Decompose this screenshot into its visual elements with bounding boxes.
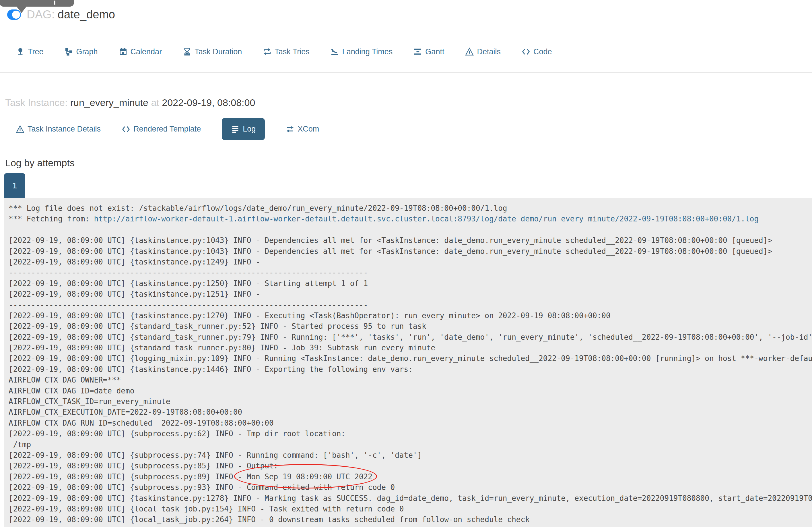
- log-text: AIRFLOW_CTX_DAG_ID=date_demo: [9, 387, 134, 395]
- log-line: [2022-09-19, 08:09:00 UTC] {taskinstance…: [9, 289, 812, 299]
- log-fetch-url-link[interactable]: http://airflow-worker-default-1.airflow-…: [94, 214, 759, 223]
- log-line: *** Log file does not exist: /stackable/…: [9, 203, 812, 214]
- task-instance-heading: Task Instance: run_every_minute at 2022-…: [5, 97, 255, 108]
- log-line: [2022-09-19, 08:09:00 UTC] {subprocess.p…: [9, 450, 812, 461]
- code-icon: [522, 47, 530, 56]
- log-line: AIRFLOW_CTX_DAG_OWNER=***: [9, 375, 812, 386]
- log-line: [2022-09-19, 08:09:00 UTC] {taskinstance…: [9, 310, 812, 321]
- log-line: AIRFLOW_CTX_EXECUTION_DATE=2022-09-19T08…: [9, 407, 812, 418]
- log-text: [2022-09-19, 08:09:00 UTC] {logging_mixi…: [9, 354, 812, 363]
- log-text: [2022-09-19, 08:09:00 UTC] {taskinstance…: [9, 290, 264, 298]
- hourglass-icon: [183, 47, 191, 56]
- swap-arrows-icon: [286, 125, 294, 134]
- task-instance-datetime: 2022-09-19, 08:08:00: [162, 97, 255, 108]
- subtab-label: Rendered Template: [133, 125, 201, 134]
- red-circled-date-output: - Mon Sep 19 08:09:00 UTC 2022: [237, 472, 373, 482]
- gantt-bars-icon: [414, 47, 422, 56]
- subtab-rendered-template[interactable]: Rendered Template: [122, 125, 201, 134]
- log-line: [2022-09-19, 08:09:00 UTC] {subprocess.p…: [9, 482, 812, 493]
- attempt-1-tab[interactable]: 1: [4, 173, 25, 198]
- log-line: /tmp: [9, 439, 812, 450]
- log-text: [2022-09-19, 08:09:00 UTC] {taskinstance…: [9, 236, 772, 245]
- tab-tree[interactable]: Tree: [16, 47, 44, 56]
- plane-landing-icon: [331, 47, 339, 56]
- log-line: [9, 225, 812, 235]
- tab-label: Landing Times: [342, 47, 393, 56]
- dag-pause-toggle[interactable]: [7, 10, 21, 20]
- tab-task-tries[interactable]: Task Tries: [263, 47, 309, 56]
- log-line: [2022-09-19, 08:09:00 UTC] {taskinstance…: [9, 493, 812, 504]
- tree-icon: [16, 47, 25, 56]
- dag-name: date_demo: [58, 8, 115, 21]
- log-line: AIRFLOW_CTX_TASK_ID=run_every_minute: [9, 396, 812, 407]
- subtab-label: Log: [243, 125, 256, 134]
- log-line: [2022-09-19, 08:09:00 UTC] {taskinstance…: [9, 278, 812, 289]
- log-text: AIRFLOW_CTX_EXECUTION_DATE=2022-09-19T08…: [9, 408, 242, 416]
- triangle-icon: [465, 47, 474, 56]
- subtab-log[interactable]: Log: [222, 118, 265, 140]
- tab-code[interactable]: Code: [522, 47, 552, 56]
- loop-arrows-icon: [263, 47, 272, 56]
- log-line: [2022-09-19, 08:09:00 UTC] {logging_mixi…: [9, 353, 812, 364]
- log-text: [2022-09-19, 08:09:00 UTC] {local_task_j…: [9, 505, 404, 513]
- log-line: [2022-09-19, 08:09:00 UTC] {taskinstance…: [9, 246, 812, 257]
- log-line: AIRFLOW_CTX_DAG_ID=date_demo: [9, 386, 812, 396]
- subtab-label: XCom: [298, 125, 319, 134]
- log-line: ----------------------------------------…: [9, 267, 812, 278]
- tab-calendar[interactable]: Calendar: [119, 47, 162, 56]
- log-by-attempts-heading: Log by attempts: [5, 157, 75, 169]
- log-text: [2022-09-19, 08:09:00 UTC] {subprocess.p…: [9, 461, 278, 470]
- tab-label: Calendar: [131, 47, 162, 56]
- log-text: [2022-09-19, 08:09:00 UTC] {subprocess.p…: [9, 472, 237, 481]
- tab-label: Graph: [76, 47, 98, 56]
- log-line: [2022-09-19, 08:09:00 UTC] {subprocess.p…: [9, 429, 812, 439]
- graph-icon: [64, 47, 73, 56]
- subtab-xcom[interactable]: XCom: [286, 125, 319, 134]
- log-line: [2022-09-19, 08:09:00 UTC] {subprocess.p…: [9, 461, 812, 471]
- task-instance-nav: Task Instance Details Rendered Template …: [16, 118, 319, 140]
- log-text: *** Fetching from:: [9, 214, 94, 223]
- log-text: [2022-09-19, 08:09:00 UTC] {subprocess.p…: [9, 483, 395, 492]
- log-text: [2022-09-19, 08:09:00 UTC] {standard_tas…: [9, 344, 435, 352]
- list-lines-icon: [231, 125, 240, 134]
- log-line: ----------------------------------------…: [9, 300, 812, 310]
- log-text: [2022-09-19, 08:09:00 UTC] {taskinstance…: [9, 257, 264, 266]
- log-text: ----------------------------------------…: [9, 268, 368, 277]
- task-instance-at: at: [151, 97, 159, 108]
- header-divider: [0, 72, 812, 73]
- tab-details[interactable]: Details: [465, 47, 501, 56]
- log-text: [2022-09-19, 08:09:00 UTC] {taskinstance…: [9, 247, 772, 255]
- subtab-task-instance-details[interactable]: Task Instance Details: [16, 125, 101, 134]
- log-text: [2022-09-19, 08:09:00 UTC] {taskinstance…: [9, 494, 812, 503]
- tab-graph[interactable]: Graph: [64, 47, 98, 56]
- tab-task-duration[interactable]: Task Duration: [183, 47, 242, 56]
- log-text: *** Log file does not exist: /stackable/…: [9, 204, 507, 212]
- log-line: *** Fetching from: http://airflow-worker…: [9, 214, 812, 224]
- tab-label: Task Tries: [275, 47, 309, 56]
- log-line: [2022-09-19, 08:09:00 UTC] {taskinstance…: [9, 257, 812, 267]
- log-output-area: *** Log file does not exist: /stackable/…: [4, 198, 812, 527]
- log-line: AIRFLOW_CTX_DAG_RUN_ID=scheduled__2022-0…: [9, 418, 812, 429]
- triangle-icon: [16, 125, 24, 134]
- log-line: [2022-09-19, 08:09:00 UTC] {standard_tas…: [9, 321, 812, 332]
- log-line: [2022-09-19, 08:09:00 UTC] {taskinstance…: [9, 364, 812, 375]
- log-lines: *** Log file does not exist: /stackable/…: [9, 203, 812, 525]
- tab-label: Code: [533, 47, 552, 56]
- task-instance-prefix: Task Instance:: [5, 97, 68, 108]
- task-instance-name: run_every_minute: [70, 97, 148, 108]
- tooltip-text-remnant: [54, 1, 55, 4]
- tab-landing-times[interactable]: Landing Times: [331, 47, 393, 56]
- tab-label: Task Duration: [194, 47, 242, 56]
- log-text: [2022-09-19, 08:09:00 UTC] {taskinstance…: [9, 279, 368, 288]
- tooltip-remnant: [0, 0, 74, 6]
- log-text: ----------------------------------------…: [9, 301, 368, 309]
- dag-label: DAG:: [27, 8, 55, 21]
- dag-header: DAG: date_demo: [7, 8, 115, 21]
- tab-label: Gantt: [425, 47, 444, 56]
- log-line: [2022-09-19, 08:09:00 UTC] {local_task_j…: [9, 504, 812, 514]
- tab-gantt[interactable]: Gantt: [414, 47, 444, 56]
- log-text: [2022-09-19, 08:09:00 UTC] {subprocess.p…: [9, 451, 422, 460]
- log-text: [2022-09-19, 08:09:00 UTC] {taskinstance…: [9, 365, 413, 374]
- log-text: [2022-09-19, 08:09:00 UTC] {standard_tas…: [9, 333, 812, 341]
- log-text: /tmp: [9, 440, 31, 449]
